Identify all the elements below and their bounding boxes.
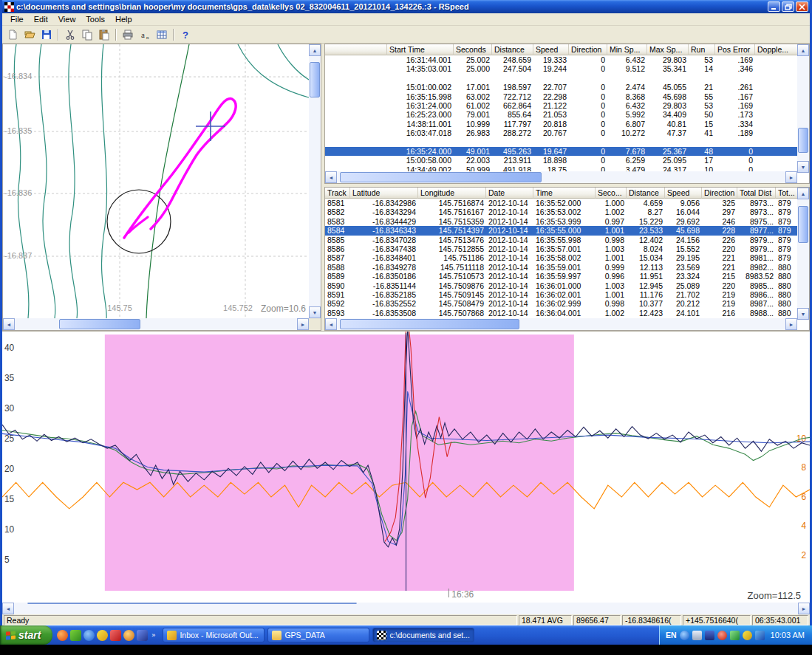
table-cell[interactable]: 47.37	[647, 128, 689, 137]
table-row[interactable]: 16:31:44.00125.002248.65919.33306.43229.…	[325, 55, 798, 64]
table-cell[interactable]: 45.698	[647, 92, 689, 101]
table-cell[interactable]: 14:38:11.001	[387, 120, 454, 128]
table-cell[interactable]: 1.001	[596, 226, 627, 235]
tray-icon-1[interactable]	[680, 631, 689, 640]
table-cell[interactable]	[325, 55, 387, 64]
table-cell[interactable]: 288.272	[492, 128, 533, 137]
column-header[interactable]	[325, 44, 387, 55]
column-header[interactable]: Longitude	[418, 188, 486, 199]
table-cell[interactable]	[689, 138, 715, 147]
table-cell[interactable]: 0	[569, 64, 607, 73]
chart-horizontal-scrollbar[interactable]: ◄ ►	[2, 603, 810, 614]
table-cell[interactable]: 0	[569, 128, 607, 137]
table-cell[interactable]: 221	[702, 253, 737, 262]
table-cell[interactable]	[715, 74, 755, 83]
table-cell[interactable]: 879	[776, 253, 798, 262]
table-cell[interactable]: 722.712	[492, 92, 533, 101]
table-cell[interactable]: 8981...	[737, 253, 776, 262]
table-cell[interactable]: .334	[715, 120, 755, 128]
column-header[interactable]: Speed	[665, 188, 702, 199]
table-cell[interactable]: 880	[776, 309, 798, 318]
start-button[interactable]: start	[0, 625, 52, 645]
table-cell[interactable]: 221	[702, 263, 737, 272]
scrollbar-thumb[interactable]	[59, 319, 140, 329]
minimize-button[interactable]	[768, 1, 780, 12]
table-cell[interactable]: 23.533	[627, 226, 665, 235]
table-cell[interactable]: 213.911	[492, 156, 533, 165]
table-cell[interactable]: 219	[702, 290, 737, 299]
table-cell[interactable]: 145.7511118	[418, 263, 486, 272]
column-header[interactable]: Start Time	[387, 44, 454, 55]
table-cell[interactable]: .261	[715, 83, 755, 92]
table-cell[interactable]: 8585	[325, 236, 350, 244]
table-cell[interactable]: 879	[776, 208, 798, 216]
tray-icon-3[interactable]	[705, 631, 714, 640]
table-cell[interactable]	[715, 138, 755, 147]
table-cell[interactable]	[325, 156, 387, 165]
table-cell[interactable]: 2012-10-14	[486, 272, 533, 281]
runs-horizontal-scrollbar[interactable]: ◄ ►	[325, 171, 797, 183]
table-cell[interactable]: 8979...	[737, 244, 776, 253]
table-cell[interactable]	[325, 138, 387, 147]
map-vertical-scrollbar[interactable]: ▲ ▼	[309, 44, 321, 318]
table-cell[interactable]: 325	[702, 199, 737, 208]
scroll-right-button[interactable]: ►	[297, 318, 309, 330]
table-cell[interactable]: 15.034	[627, 253, 665, 262]
scrollbar-track[interactable]	[797, 56, 809, 161]
table-cell[interactable]: 49.001	[454, 147, 492, 156]
column-header[interactable]: Total Dist	[737, 188, 776, 199]
table-cell[interactable]: 10.999	[454, 120, 492, 128]
table-cell[interactable]: 25.000	[454, 64, 492, 73]
table-cell[interactable]	[492, 138, 533, 147]
quick-launch-icon-5[interactable]	[110, 630, 121, 641]
table-cell[interactable]: 16:35:24.000	[387, 147, 454, 156]
table-cell[interactable]: 8988...	[737, 309, 776, 318]
table-cell[interactable]: 8982...	[737, 263, 776, 272]
table-cell[interactable]: 880	[776, 272, 798, 281]
column-header[interactable]: Time	[533, 188, 596, 199]
table-cell[interactable]	[755, 64, 798, 73]
table-cell[interactable]: 0	[569, 101, 607, 110]
table-cell[interactable]: .189	[715, 128, 755, 137]
table-cell[interactable]: 8.27	[627, 208, 665, 216]
table-cell[interactable]: 12.423	[627, 309, 665, 318]
table-cell[interactable]: 0	[569, 110, 607, 119]
print-icon[interactable]	[120, 27, 136, 42]
scroll-left-button[interactable]: ◄	[325, 318, 337, 330]
table-cell[interactable]: 9.056	[665, 199, 702, 208]
table-cell[interactable]: 16:35:55.998	[533, 236, 596, 244]
table-cell[interactable]: 1.001	[596, 253, 627, 262]
table-cell[interactable]: 0	[569, 83, 607, 92]
scrollbar-thumb[interactable]	[798, 128, 808, 153]
table-cell[interactable]: 879	[776, 226, 798, 235]
save-icon[interactable]	[38, 27, 55, 42]
table-cell[interactable]: 145.7508479	[418, 299, 486, 308]
menu-item-view[interactable]: View	[53, 14, 81, 24]
scrollbar-track[interactable]	[15, 318, 297, 330]
table-cell[interactable]: 26.983	[454, 128, 492, 137]
quick-launch-icon-7[interactable]	[137, 630, 148, 641]
scroll-right-button[interactable]: ►	[785, 171, 797, 183]
table-cell[interactable]: 23.569	[665, 263, 702, 272]
table-cell[interactable]: 8983.52	[737, 272, 776, 281]
column-header[interactable]: Run	[689, 44, 715, 55]
runs-vertical-scrollbar[interactable]: ▲ ▼	[797, 44, 809, 173]
table-cell[interactable]: 2012-10-14	[486, 263, 533, 272]
table-cell[interactable]: 45.698	[665, 226, 702, 235]
tray-icon-7[interactable]	[755, 631, 765, 640]
table-row[interactable]: 8587-16.8348401145.7511862012-10-1416:35…	[325, 253, 798, 262]
table-cell[interactable]	[755, 83, 798, 92]
tray-icon-4[interactable]	[717, 631, 727, 640]
table-cell[interactable]: 879	[776, 217, 798, 226]
table-cell[interactable]: 15	[689, 120, 715, 128]
scrollbar-thumb[interactable]	[310, 62, 320, 97]
table-cell[interactable]: 0	[569, 147, 607, 156]
table-row[interactable]: 8583-16.8344429145.75153592012-10-1416:3…	[325, 217, 798, 226]
scroll-up-button[interactable]: ▲	[797, 188, 809, 199]
table-cell[interactable]: 6.432	[607, 101, 647, 110]
taskbar-button-gps-data[interactable]: GPS_DATA	[267, 628, 369, 642]
table-row[interactable]: 16:35:15.99863.002722.71222.29808.36845.…	[325, 92, 798, 101]
table-cell[interactable]: 16:36:04.001	[533, 309, 596, 318]
table-cell[interactable]: 198.597	[492, 83, 533, 92]
table-cell[interactable]	[325, 120, 387, 128]
